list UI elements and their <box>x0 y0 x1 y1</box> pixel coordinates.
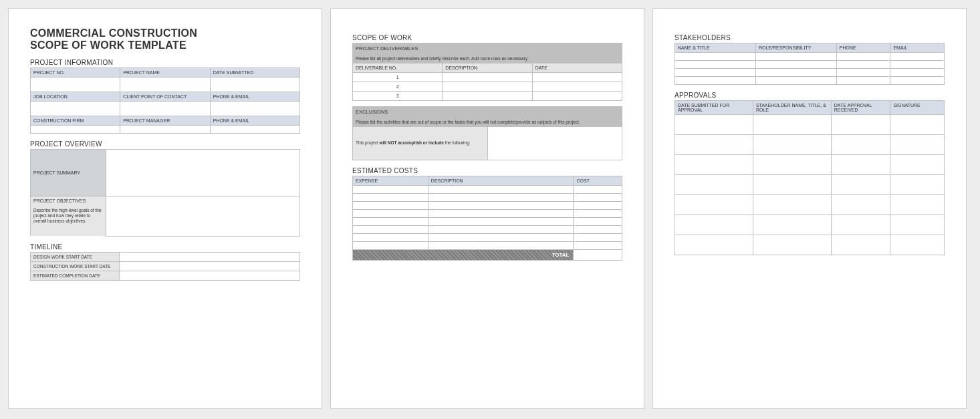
stakeholder-row[interactable] <box>675 77 756 85</box>
approval-row[interactable] <box>753 155 831 175</box>
cost-row[interactable] <box>428 194 574 202</box>
cost-row[interactable] <box>353 218 428 226</box>
stakeholder-row[interactable] <box>890 69 945 77</box>
approval-row[interactable] <box>675 235 753 255</box>
approval-row[interactable] <box>890 175 945 195</box>
input-project-no[interactable] <box>31 77 120 92</box>
approval-row[interactable] <box>890 235 945 255</box>
stakeholder-row[interactable] <box>675 69 756 77</box>
approval-row[interactable] <box>831 175 890 195</box>
cost-row[interactable] <box>353 210 428 218</box>
stakeholder-row[interactable] <box>836 61 890 69</box>
input-project-manager[interactable] <box>120 125 210 133</box>
input-construction-firm[interactable] <box>31 125 120 133</box>
input-design-start[interactable] <box>119 252 299 261</box>
input-exclusions[interactable] <box>487 127 622 160</box>
approval-row[interactable] <box>831 235 890 255</box>
cost-row[interactable] <box>574 234 622 242</box>
cost-row[interactable] <box>353 242 428 250</box>
approval-row[interactable] <box>753 215 831 235</box>
input-client-contact[interactable] <box>120 101 210 116</box>
cost-row[interactable] <box>353 194 428 202</box>
stakeholder-row[interactable] <box>675 61 756 69</box>
approval-row[interactable] <box>890 195 945 215</box>
cost-row[interactable] <box>353 226 428 234</box>
cost-row[interactable] <box>428 186 574 194</box>
cost-row[interactable] <box>353 202 428 210</box>
approval-row[interactable] <box>890 135 945 155</box>
label-phone-email-1: PHONE & EMAIL <box>210 92 299 101</box>
approval-row[interactable] <box>831 215 890 235</box>
cost-row[interactable] <box>574 226 622 234</box>
exclusions-table: EXCLUSIONS Please list the activities th… <box>352 106 622 160</box>
stakeholder-row[interactable] <box>890 53 945 61</box>
cost-row[interactable] <box>353 234 428 242</box>
input-phone-email-2[interactable] <box>210 125 299 133</box>
deliverable-row-3-date[interactable] <box>532 92 622 101</box>
stakeholder-row[interactable] <box>890 61 945 69</box>
deliverable-row-1-no[interactable]: 1 <box>353 73 443 82</box>
approval-row[interactable] <box>675 115 753 135</box>
cost-row[interactable] <box>428 226 574 234</box>
approval-row[interactable] <box>753 115 831 135</box>
deliverable-row-1-desc[interactable] <box>443 73 532 82</box>
stakeholder-row[interactable] <box>836 77 890 85</box>
input-total[interactable] <box>574 250 622 261</box>
cost-row[interactable] <box>428 202 574 210</box>
deliverable-row-2-date[interactable] <box>532 82 622 92</box>
approval-row[interactable] <box>753 175 831 195</box>
deliverable-row-3-no[interactable]: 3 <box>353 92 443 101</box>
stakeholder-row[interactable] <box>675 53 756 61</box>
approval-row[interactable] <box>890 215 945 235</box>
stakeholder-row[interactable] <box>755 69 836 77</box>
cost-row[interactable] <box>574 210 622 218</box>
stakeholder-row[interactable] <box>836 69 890 77</box>
stakeholder-row[interactable] <box>755 61 836 69</box>
stakeholder-row[interactable] <box>755 77 836 85</box>
label-date-submitted: DATE SUBMITTED <box>210 67 299 77</box>
cost-row[interactable] <box>574 242 622 250</box>
cost-row[interactable] <box>574 202 622 210</box>
approval-row[interactable] <box>753 135 831 155</box>
cost-row[interactable] <box>353 186 428 194</box>
cost-row[interactable] <box>574 218 622 226</box>
approval-row[interactable] <box>675 195 753 215</box>
cost-row[interactable] <box>428 242 574 250</box>
approval-row[interactable] <box>831 115 890 135</box>
approval-row[interactable] <box>831 195 890 215</box>
approval-row[interactable] <box>675 135 753 155</box>
input-completion-date[interactable] <box>119 271 299 280</box>
input-job-location[interactable] <box>31 101 120 116</box>
cost-row[interactable] <box>428 210 574 218</box>
heading-project-info: PROJECT INFORMATION <box>30 59 300 66</box>
label-completion-date: ESTIMATED COMPLETION DATE <box>31 271 120 280</box>
label-exclusions-header: EXCLUSIONS <box>353 107 622 118</box>
cost-row[interactable] <box>574 186 622 194</box>
deliverable-row-2-no[interactable]: 2 <box>353 82 443 92</box>
approval-row[interactable] <box>753 195 831 215</box>
heading-estimated-costs: ESTIMATED COSTS <box>352 167 622 174</box>
approval-row[interactable] <box>675 175 753 195</box>
input-date-submitted[interactable] <box>210 77 299 92</box>
input-construction-start[interactable] <box>119 261 299 271</box>
approval-row[interactable] <box>753 235 831 255</box>
approval-row[interactable] <box>675 215 753 235</box>
approval-row[interactable] <box>890 115 945 135</box>
approval-row[interactable] <box>675 155 753 175</box>
stakeholder-row[interactable] <box>836 53 890 61</box>
input-phone-email-1[interactable] <box>210 101 299 116</box>
cost-row[interactable] <box>428 234 574 242</box>
input-project-summary[interactable] <box>106 149 299 196</box>
input-project-name[interactable] <box>120 77 210 92</box>
deliverable-row-1-date[interactable] <box>532 73 622 82</box>
input-project-objectives[interactable] <box>106 196 299 236</box>
approval-row[interactable] <box>831 155 890 175</box>
stakeholder-row[interactable] <box>755 53 836 61</box>
cost-row[interactable] <box>574 194 622 202</box>
deliverable-row-3-desc[interactable] <box>443 92 532 101</box>
cost-row[interactable] <box>428 218 574 226</box>
deliverable-row-2-desc[interactable] <box>443 82 532 92</box>
approval-row[interactable] <box>890 155 945 175</box>
stakeholder-row[interactable] <box>890 77 945 85</box>
approval-row[interactable] <box>831 135 890 155</box>
